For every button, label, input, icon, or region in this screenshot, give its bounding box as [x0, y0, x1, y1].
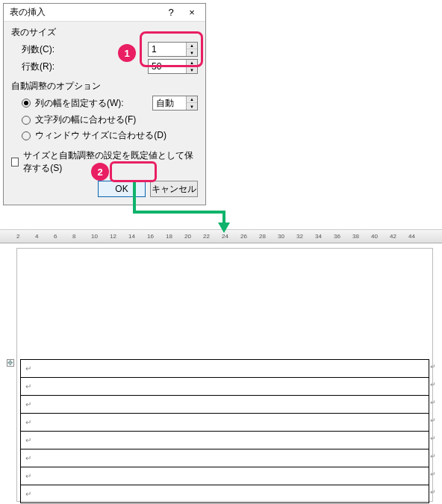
ruler-number: 30 — [278, 233, 284, 240]
ruler-number: 12 — [110, 233, 116, 240]
table-cell[interactable]: ↵↵ — [21, 485, 429, 503]
dialog-title: 表の挿入 — [10, 6, 161, 19]
callout-badge-2: 2 — [91, 163, 109, 181]
ruler-number: 10 — [91, 233, 98, 240]
table-cell[interactable]: ↵↵ — [21, 432, 429, 449]
radio-fixed-row[interactable]: 列の幅を固定する(W): 自動 ▲ ▼ — [22, 96, 198, 111]
callout-badge-1: 1 — [118, 44, 136, 62]
close-button[interactable]: × — [181, 5, 202, 20]
ruler-number: 6 — [54, 233, 57, 240]
ruler-number: 32 — [296, 233, 303, 240]
table-cell[interactable]: ↵↵ — [21, 449, 429, 467]
document-table[interactable]: ↵↵↵↵↵↵↵↵↵↵↵↵↵↵↵↵ — [20, 359, 429, 503]
titlebar: 表の挿入 ? × — [4, 4, 205, 22]
save-default-checkbox[interactable] — [11, 158, 19, 167]
svg-marker-0 — [218, 223, 230, 233]
ruler-number: 4 — [35, 233, 38, 240]
fixed-width-select[interactable]: 自動 ▲ ▼ — [152, 96, 198, 111]
radio-fixed-label: 列の幅を固定する(W): — [35, 97, 124, 110]
radio-window[interactable] — [22, 131, 31, 140]
table-cell[interactable]: ↵↵ — [21, 360, 429, 378]
radio-content-label: 文字列の幅に合わせる(F) — [35, 113, 136, 126]
width-up-icon[interactable]: ▲ — [187, 96, 197, 103]
ruler-number: 34 — [315, 233, 322, 240]
page: ✥ ↵↵↵↵↵↵↵↵↵↵↵↵↵↵↵↵ — [16, 248, 433, 502]
ruler-number: 44 — [408, 233, 415, 240]
table-cell[interactable]: ↵↵ — [21, 414, 429, 432]
ruler-number: 8 — [72, 233, 75, 240]
rows-label: 行数(R): — [22, 60, 148, 73]
table-anchor-icon[interactable]: ✥ — [7, 359, 14, 367]
radio-window-row[interactable]: ウィンドウ サイズに合わせる(D) — [22, 129, 198, 142]
autofit-section-label: 自動調整のオプション — [11, 80, 198, 93]
ruler-number: 40 — [371, 233, 378, 240]
ruler-number: 42 — [390, 233, 396, 240]
ruler-number: 2 — [16, 233, 19, 240]
table-cell[interactable]: ↵↵ — [21, 378, 429, 396]
ruler-number: 38 — [352, 233, 359, 240]
radio-content[interactable] — [22, 116, 31, 125]
rows-down-icon[interactable]: ▼ — [187, 66, 197, 73]
table-cell[interactable]: ↵↵ — [21, 467, 429, 485]
radio-content-row[interactable]: 文字列の幅に合わせる(F) — [22, 113, 198, 126]
arrow-icon — [127, 182, 246, 242]
callout-outline-1 — [140, 31, 203, 67]
help-button[interactable]: ? — [161, 5, 181, 20]
ruler-number: 28 — [259, 233, 266, 240]
width-down-icon[interactable]: ▼ — [187, 103, 197, 110]
fixed-width-value: 自動 — [153, 97, 186, 110]
radio-window-label: ウィンドウ サイズに合わせる(D) — [35, 129, 166, 142]
document-area: 2468101214161820222426283032343638404244… — [0, 229, 442, 504]
callout-outline-2 — [110, 161, 157, 182]
ruler-number: 36 — [334, 233, 340, 240]
table-cell[interactable]: ↵↵ — [21, 396, 429, 414]
radio-fixed[interactable] — [22, 99, 31, 108]
